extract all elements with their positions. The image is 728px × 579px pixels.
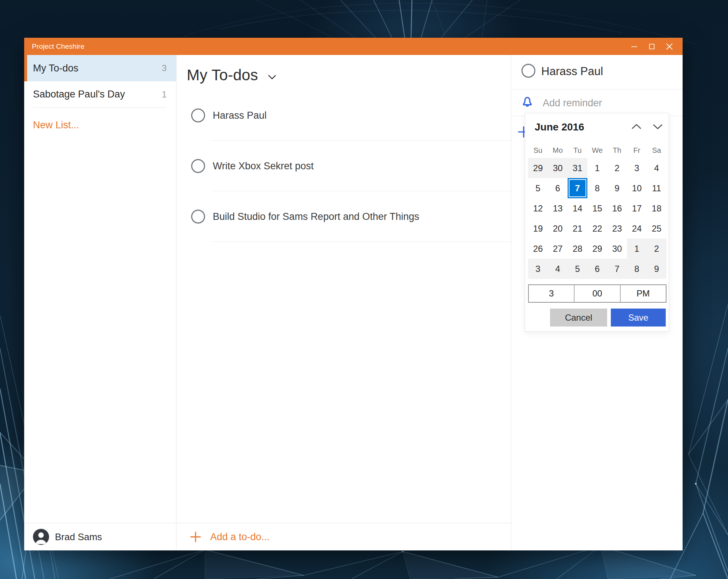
reminder-bell-icon [521,96,534,110]
calendar-prev-month-button[interactable] [626,119,647,134]
calendar-day[interactable]: 6 [548,178,568,198]
todo-complete-circle[interactable] [191,108,205,122]
reminder-flyout: June 2016 SuMoTuWeThFrSa 293031123456789… [525,113,669,332]
calendar-day[interactable]: 5 [568,259,587,279]
time-minute-select[interactable]: 00 [574,285,620,302]
add-reminder-placeholder: Add reminder [543,97,602,108]
selected-accent-bar [24,55,27,81]
sidebar-item-sabotage-pauls-day[interactable]: Sabotage Paul's Day 1 [24,81,176,107]
calendar-day[interactable]: 4 [548,259,568,279]
weekday-label: Sa [647,145,666,156]
todo-row[interactable]: Build Studio for Sams Report and Other T… [177,191,511,242]
time-picker: 3 00 PM [528,284,666,303]
todo-complete-circle[interactable] [191,210,205,224]
calendar-day[interactable]: 1 [587,158,607,178]
list-title-header[interactable]: My To-dos [187,64,511,86]
calendar-weekdays: SuMoTuWeThFrSa [528,145,666,156]
user-account-row[interactable]: Brad Sams [24,523,176,550]
maximize-button[interactable] [643,38,661,55]
calendar-day[interactable]: 29 [528,158,548,178]
add-reminder-row[interactable]: Add reminder [511,89,683,116]
calendar-day[interactable]: 9 [647,259,666,279]
main-panel: My To-dos Harass Paul Write Xbox Sekret … [177,55,511,550]
chevron-down-icon [652,123,663,130]
todo-title: Harass Paul [213,110,267,121]
user-avatar [33,529,49,545]
calendar-day[interactable]: 2 [607,158,627,178]
todo-list: Harass Paul Write Xbox Sekret post Build… [177,90,511,242]
calendar-day[interactable]: 10 [627,178,647,198]
plus-icon [190,531,201,543]
new-list-button[interactable]: New List... [33,119,167,131]
calendar-day[interactable]: 30 [548,158,568,178]
calendar-day[interactable]: 29 [587,239,607,259]
calendar-day[interactable]: 22 [587,218,607,239]
calendar-day[interactable]: 5 [528,178,548,198]
window-title: Project Cheshire [32,43,85,51]
calendar-day[interactable]: 16 [607,198,627,218]
cancel-button[interactable]: Cancel [550,309,607,327]
calendar-day[interactable]: 3 [528,259,548,279]
weekday-label: Mo [548,145,568,156]
calendar-day[interactable]: 20 [548,218,568,239]
todo-title: Build Studio for Sams Report and Other T… [213,211,419,222]
calendar-day[interactable]: 2 [647,239,666,259]
add-todo-button[interactable]: Add a to-do... [177,523,511,550]
calendar-day[interactable]: 9 [607,178,627,198]
time-hour-select[interactable]: 3 [529,285,574,302]
close-button[interactable] [661,38,678,55]
calendar-day[interactable]: 26 [528,239,548,259]
calendar-day[interactable]: 8 [587,178,607,198]
calendar-day[interactable]: 24 [627,218,647,239]
sidebar-item-my-todos[interactable]: My To-dos 3 [24,55,176,81]
sidebar: My To-dos 3 Sabotage Paul's Day 1 New Li… [24,55,177,550]
calendar-day[interactable]: 14 [568,198,587,218]
calendar-day[interactable]: 31 [568,158,587,178]
calendar-day-selected[interactable]: 7 [568,178,587,198]
calendar-day[interactable]: 4 [647,158,666,178]
calendar-day[interactable]: 7 [607,259,627,279]
row-divider [211,241,511,242]
task-title: Harass Paul [541,65,603,78]
task-detail-panel: Harass Paul Add reminder June 2016 [511,55,683,550]
todo-complete-circle[interactable] [191,159,205,173]
task-detail-header: Harass Paul [511,55,683,89]
list-title: My To-dos [187,66,258,84]
weekday-label: Tu [568,145,587,156]
calendar-day[interactable]: 11 [647,178,666,198]
calendar-day[interactable]: 13 [548,198,568,218]
calendar-day[interactable]: 8 [627,259,647,279]
calendar-next-month-button[interactable] [647,119,668,134]
calendar-day[interactable]: 19 [528,218,548,239]
calendar-day[interactable]: 25 [647,218,666,239]
list-label: Sabotage Paul's Day [33,89,125,100]
window-controls [625,38,678,55]
todo-row[interactable]: Harass Paul [177,90,511,141]
calendar-day[interactable]: 1 [627,239,647,259]
calendar-day[interactable]: 18 [647,198,666,218]
calendar-day[interactable]: 3 [627,158,647,178]
calendar-day[interactable]: 12 [528,198,548,218]
calendar-header: June 2016 [525,113,669,137]
minimize-button[interactable] [625,38,643,55]
weekday-label: Th [607,145,627,156]
todo-complete-circle[interactable] [521,64,535,78]
list-label: My To-dos [33,63,78,74]
list-count-badge: 3 [162,63,167,73]
weekday-label: We [587,145,607,156]
weekday-label: Fr [627,145,647,156]
todo-row[interactable]: Write Xbox Sekret post [177,141,511,191]
calendar-day[interactable]: 15 [587,198,607,218]
list-count-badge: 1 [162,89,167,100]
calendar-day[interactable]: 30 [607,239,627,259]
calendar-day[interactable]: 21 [568,218,587,239]
titlebar[interactable]: Project Cheshire [24,38,683,55]
calendar-day[interactable]: 23 [607,218,627,239]
save-button[interactable]: Save [611,309,666,327]
maximize-icon [648,43,655,50]
calendar-day[interactable]: 28 [568,239,587,259]
calendar-day[interactable]: 27 [548,239,568,259]
calendar-day[interactable]: 17 [627,198,647,218]
time-period-select[interactable]: PM [620,285,666,302]
calendar-day[interactable]: 6 [587,259,607,279]
